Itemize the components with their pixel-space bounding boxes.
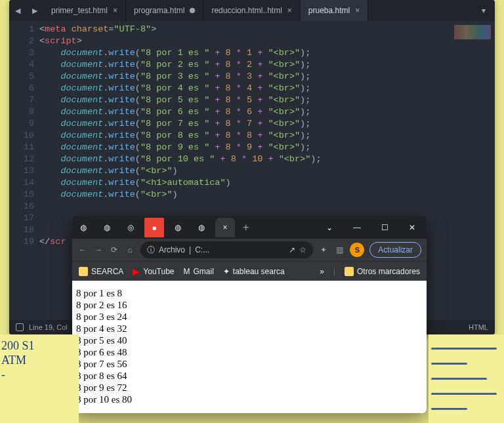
minimize-button[interactable]: — <box>344 218 370 237</box>
ink-stroke <box>431 363 467 365</box>
bookmark-label: Gmail <box>194 267 214 276</box>
divider: | <box>333 267 335 276</box>
browser-window: ◍ ◍ ◎ ■ ◍ ◍ × + ⌄ — ☐ ✕ ← → ⟳ ⌂ ⓘ Archiv… <box>72 216 427 413</box>
forward-icon[interactable]: → <box>93 245 104 254</box>
folder-icon <box>345 267 354 276</box>
star-icon[interactable]: ☆ <box>299 245 306 254</box>
address-bar[interactable]: ⓘ Archivo | C:... ↗ ☆ <box>140 241 313 258</box>
close-icon[interactable]: × <box>113 6 117 15</box>
bookmark-item[interactable]: SEARCA <box>79 267 123 276</box>
tab-label: programa.html <box>134 6 184 15</box>
close-window-button[interactable]: ✕ <box>399 218 425 237</box>
output-line: 8 por 4 es 32 <box>76 323 423 334</box>
line-number-gutter: 12345678910111213141516171819 <box>9 21 39 320</box>
bookmark-item[interactable]: M Gmail <box>184 267 214 276</box>
profile-avatar[interactable]: S <box>350 243 364 257</box>
bookmark-item[interactable]: ✦ tableau searca <box>223 267 285 276</box>
tabs-overflow-icon[interactable]: ▾ <box>472 0 495 21</box>
reload-icon[interactable]: ⟳ <box>109 245 119 254</box>
bookmark-label: Otros marcadores <box>357 267 420 276</box>
window-controls: ⌄ — ☐ ✕ <box>316 218 425 237</box>
output-line: 8 por 10 es 80 <box>76 393 423 405</box>
ink-stroke <box>431 408 467 410</box>
editor-tab[interactable]: reduccion.html..html × <box>203 0 300 21</box>
tab-label: reduccion.html..html <box>211 6 282 15</box>
bookmark-label: tableau searca <box>233 267 285 276</box>
close-icon[interactable]: × <box>287 6 292 15</box>
home-icon[interactable]: ⌂ <box>125 245 135 254</box>
update-button[interactable]: Actualizar <box>369 242 421 258</box>
ink-stroke <box>431 348 497 350</box>
close-icon[interactable]: × <box>222 223 227 232</box>
browser-tab-active[interactable]: × <box>215 218 235 237</box>
close-icon[interactable]: × <box>355 6 360 15</box>
info-icon[interactable]: ⓘ <box>147 245 155 256</box>
background-paper-right <box>429 334 504 423</box>
share-icon[interactable]: ↗ <box>289 245 295 254</box>
editor-tab-bar: ◀ ▶ primer_test.html × programa.html red… <box>9 0 495 21</box>
bookmarks-overflow-icon[interactable]: » <box>320 267 324 276</box>
tab-label: primer_test.html <box>51 6 108 15</box>
tab-prev-icon[interactable]: ◀ <box>9 0 26 21</box>
browser-tab[interactable]: ◍ <box>168 218 188 237</box>
cursor-position: Line 19, Col <box>29 323 68 331</box>
ink-stroke <box>431 393 497 395</box>
browser-toolbar: ← → ⟳ ⌂ ⓘ Archivo | C:... ↗ ☆ ✦ ▥ S Actu… <box>72 239 427 261</box>
bookmark-label: YouTube <box>143 267 174 276</box>
tabs-dropdown-icon[interactable]: ⌄ <box>316 218 343 237</box>
tab-label: prueba.html <box>308 6 350 15</box>
output-line: 8 por 7 es 56 <box>76 358 423 370</box>
bookmark-label: SEARCA <box>91 267 123 276</box>
output-line: 8 por 2 es 16 <box>76 299 423 311</box>
other-bookmarks[interactable]: Otros marcadores <box>345 267 420 276</box>
maximize-button[interactable]: ☐ <box>371 218 398 237</box>
output-line: 8 por 5 es 40 <box>76 334 423 346</box>
output-line: 8 por 8 es 64 <box>76 370 423 382</box>
new-tab-button[interactable]: + <box>239 222 253 233</box>
addr-path: C:... <box>195 245 209 254</box>
tab-next-icon[interactable]: ▶ <box>26 0 43 21</box>
gmail-icon: M <box>184 267 190 276</box>
editor-tab-active[interactable]: prueba.html × <box>301 0 368 21</box>
tableau-icon: ✦ <box>223 267 230 276</box>
browser-tabstrip: ◍ ◍ ◎ ■ ◍ ◍ × + ⌄ — ☐ ✕ <box>72 216 427 239</box>
page-content: 8 por 1 es 88 por 2 es 168 por 3 es 248 … <box>72 281 427 413</box>
language-indicator[interactable]: HTML <box>469 323 488 331</box>
browser-tab[interactable]: ◍ <box>192 218 211 237</box>
ink-stroke <box>431 378 487 380</box>
sidepanel-icon[interactable]: ▥ <box>334 245 345 254</box>
addr-sep: | <box>189 245 191 254</box>
update-label: Actualizar <box>378 245 413 254</box>
browser-tab[interactable]: ◍ <box>97 218 117 237</box>
dirty-dot-icon <box>190 8 195 13</box>
back-icon[interactable]: ← <box>77 245 88 254</box>
browser-tab[interactable]: ■ <box>144 218 164 237</box>
browser-tab[interactable]: ◍ <box>74 218 93 237</box>
folder-icon <box>79 267 88 276</box>
panel-icon[interactable] <box>16 323 24 331</box>
editor-tab[interactable]: programa.html <box>126 0 203 21</box>
editor-tab[interactable]: primer_test.html × <box>43 0 126 21</box>
output-line: 8 por 6 es 48 <box>76 346 423 358</box>
addr-scheme: Archivo <box>159 245 185 254</box>
output-line: 8 por 9 es 72 <box>76 382 423 393</box>
extensions-icon[interactable]: ✦ <box>318 245 329 254</box>
bookmarks-bar: SEARCA ▶ YouTube M Gmail ✦ tableau searc… <box>72 261 427 281</box>
minimap[interactable] <box>454 25 491 39</box>
bookmark-item[interactable]: ▶ YouTube <box>133 266 174 277</box>
output-line: 8 por 1 es 8 <box>76 287 423 299</box>
youtube-icon: ▶ <box>133 266 140 277</box>
background-paper-left: 200 S1 ATM - <box>0 334 79 423</box>
browser-tab[interactable]: ◎ <box>121 218 140 237</box>
output-line: 8 por 3 es 24 <box>76 311 423 323</box>
